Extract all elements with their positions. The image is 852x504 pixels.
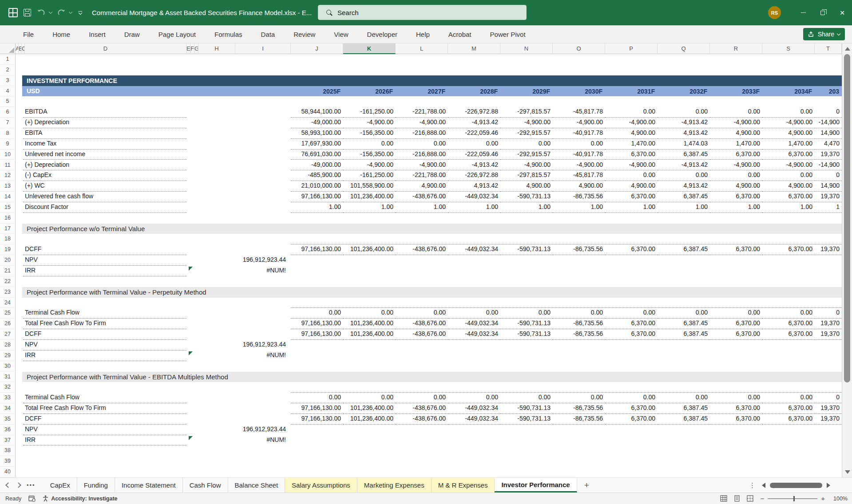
cell-M13[interactable]: 4,913.42 (448, 181, 500, 192)
row-header-33[interactable]: 33 (0, 393, 16, 403)
row-header-35[interactable]: 35 (0, 414, 16, 425)
cell-L27[interactable]: -438,676.00 (396, 329, 448, 340)
row-header-20[interactable]: 20 (0, 255, 16, 266)
cell-R34[interactable]: 6,370.00 (710, 403, 762, 414)
sheet-tab-income-statement[interactable]: Income Statement (115, 478, 183, 492)
column-header-C[interactable]: C (22, 43, 25, 54)
cell-L14[interactable]: -438,676.00 (396, 192, 448, 202)
cell-O10[interactable]: -40,917.78 (553, 150, 605, 160)
horizontal-scrollbar[interactable] (762, 482, 842, 489)
horizontal-scrollbar-thumb[interactable] (770, 483, 822, 488)
sheet-tab-cash-flow[interactable]: Cash Flow (183, 478, 228, 492)
cell-P35[interactable]: 6,370.00 (605, 414, 658, 425)
row-header-28[interactable]: 28 (0, 340, 16, 350)
cell-T19[interactable]: 19,370 (815, 244, 842, 255)
banner-investment-performance[interactable]: INVESTMENT PERFORMANCE (22, 75, 842, 86)
column-header-K[interactable]: K (343, 43, 396, 54)
cell-O25[interactable]: 0.00 (553, 308, 605, 319)
row-label[interactable]: IRR (23, 350, 186, 361)
row-header-40[interactable]: 40 (0, 467, 16, 477)
cell-J10[interactable]: 76,691,030.00 (291, 150, 343, 160)
cell-Q6[interactable]: 0.00 (658, 107, 710, 118)
scroll-right-icon[interactable] (827, 483, 830, 488)
cell-N9[interactable]: 0.00 (500, 139, 553, 150)
row-header-16[interactable]: 16 (0, 213, 16, 224)
cell-R6[interactable]: 0.00 (710, 107, 762, 118)
cell-R25[interactable]: 0.00 (710, 308, 762, 319)
row-label[interactable]: (+) Depreciation (23, 160, 186, 171)
row-header-4[interactable]: 4 (0, 86, 16, 97)
cell-J8[interactable]: 58,993,100.00 (291, 128, 343, 139)
cell-L33[interactable]: 0.00 (396, 393, 448, 403)
cell-K26[interactable]: 101,236,400.00 (343, 319, 396, 329)
cell-J27[interactable]: 97,166,130.00 (291, 329, 343, 340)
year-header-band[interactable]: USD2025F2026F2027F2028F2029F2030F2031F20… (22, 86, 842, 97)
cell-S19[interactable]: 6,370.00 (762, 244, 815, 255)
cell-L19[interactable]: -438,676.00 (396, 244, 448, 255)
cell-T6[interactable]: 0 (815, 107, 842, 118)
column-header-I[interactable]: I (235, 43, 291, 54)
row-label[interactable]: (-) CapEx (23, 170, 186, 181)
cell-Q15[interactable]: 1.00 (658, 202, 710, 213)
cell-I29[interactable]: #NUM! (235, 350, 288, 361)
cell-L8[interactable]: -216,888.00 (396, 128, 448, 139)
cell-Q12[interactable]: 0.00 (658, 170, 710, 181)
cell-K33[interactable]: 0.00 (343, 393, 396, 403)
ribbon-tab-formulas[interactable]: Formulas (214, 31, 242, 38)
ribbon-tab-developer[interactable]: Developer (367, 31, 397, 38)
cell-P8[interactable]: 4,900.00 (605, 128, 658, 139)
row-header-21[interactable]: 21 (0, 266, 16, 276)
cell-O6[interactable]: -45,817.78 (553, 107, 605, 118)
cell-S12[interactable]: 0.00 (762, 170, 815, 181)
cell-K13[interactable]: 101,558,900.00 (343, 181, 396, 192)
cell-N13[interactable]: 4,900.00 (500, 181, 553, 192)
cell-K34[interactable]: 101,236,400.00 (343, 403, 396, 414)
cell-Q11[interactable]: -4,913.42 (658, 160, 710, 171)
row-header-24[interactable]: 24 (0, 298, 16, 308)
undo-icon[interactable] (35, 6, 48, 20)
row-label[interactable]: (+) Depreciation (23, 118, 186, 128)
cell-P6[interactable]: 0.00 (605, 107, 658, 118)
cell-P33[interactable]: 0.00 (605, 393, 658, 403)
section-header[interactable]: Project Performance w/o Terminal Value (22, 224, 842, 234)
cell-L10[interactable]: -216,888.00 (396, 150, 448, 160)
cell-R19[interactable]: 6,370.00 (710, 244, 762, 255)
restore-button[interactable] (813, 0, 832, 25)
cell-J11[interactable]: -49,000.00 (291, 160, 343, 171)
sheet-tab-m-r-expenses[interactable]: M & R Expenses (432, 478, 495, 492)
cell-M7[interactable]: -4,913.42 (448, 118, 500, 128)
cell-P26[interactable]: 6,370.00 (605, 319, 658, 329)
row-label[interactable]: Unlevered free cash flow (23, 192, 186, 202)
cell-N8[interactable]: -292,915.57 (500, 128, 553, 139)
zoom-out-icon[interactable]: − (760, 495, 764, 502)
cell-M8[interactable]: -222,059.46 (448, 128, 500, 139)
cell-M10[interactable]: -222,059.46 (448, 150, 500, 160)
row-header-7[interactable]: 7 (0, 118, 16, 128)
new-sheet-button[interactable]: + (577, 478, 596, 492)
scroll-down-icon[interactable] (845, 470, 850, 474)
excel-logo-icon[interactable] (6, 6, 20, 20)
accessibility-status[interactable]: Accessibility: Investigate (43, 495, 117, 502)
cell-M33[interactable]: 0.00 (448, 393, 500, 403)
section-header[interactable]: Project Performance with Terminal Value … (22, 287, 842, 298)
cell-P10[interactable]: 6,370.00 (605, 150, 658, 160)
sheet-tab-capex[interactable]: CapEx (44, 478, 77, 492)
cell-P13[interactable]: 4,900.00 (605, 181, 658, 192)
row-label[interactable]: IRR (23, 435, 186, 446)
tab-options-icon[interactable]: ⋮ (749, 481, 756, 489)
ribbon-tab-data[interactable]: Data (261, 31, 275, 38)
normal-view-icon[interactable] (720, 495, 727, 502)
cell-K12[interactable]: -161,250.00 (343, 170, 396, 181)
cell-S15[interactable]: 1.00 (762, 202, 815, 213)
cell-O27[interactable]: -86,735.56 (553, 329, 605, 340)
column-header-O[interactable]: O (553, 43, 605, 54)
cell-O7[interactable]: -4,900.00 (553, 118, 605, 128)
row-header-27[interactable]: 27 (0, 329, 16, 340)
cell-T8[interactable]: 14,900 (815, 128, 842, 139)
row-label[interactable]: Discount Factor (23, 202, 186, 213)
cell-O26[interactable]: -86,735.56 (553, 319, 605, 329)
cell-R12[interactable]: 0.00 (710, 170, 762, 181)
row-header-8[interactable]: 8 (0, 128, 16, 139)
cell-K6[interactable]: -161,250.00 (343, 107, 396, 118)
cell-Q10[interactable]: 6,387.45 (658, 150, 710, 160)
